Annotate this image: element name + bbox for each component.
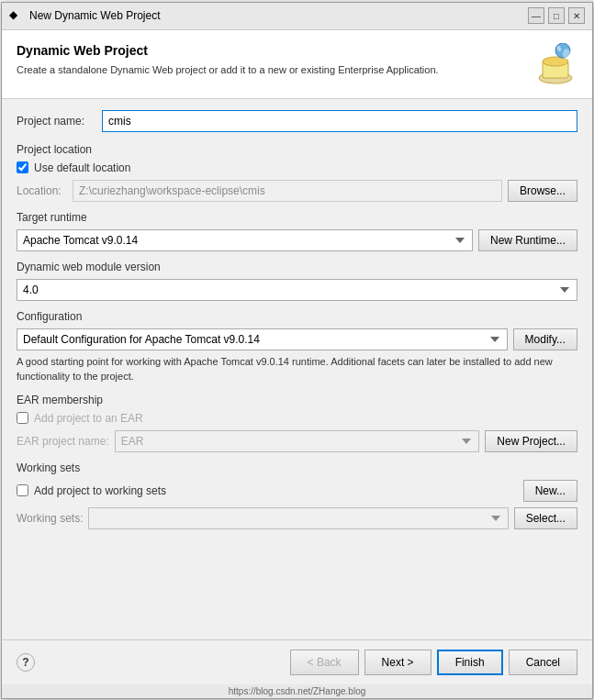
header-icon <box>533 43 577 87</box>
maximize-button[interactable]: □ <box>548 7 565 24</box>
ear-project-name-dropdown[interactable]: EAR <box>115 430 480 452</box>
location-input[interactable] <box>73 180 502 202</box>
project-name-label: Project name: <box>17 115 95 128</box>
add-to-working-sets-row: Add project to working sets New... <box>17 480 577 502</box>
new-project-button[interactable]: New Project... <box>485 430 577 452</box>
browse-button[interactable]: Browse... <box>508 180 577 202</box>
new-working-set-button[interactable]: New... <box>523 480 577 502</box>
title-bar-controls: — □ ✕ <box>528 7 585 24</box>
next-button[interactable]: Next > <box>364 650 431 675</box>
config-description: A good starting point for working with A… <box>17 354 577 384</box>
working-sets-title: Working sets <box>17 461 577 474</box>
content-area: Project name: Project location Use defau… <box>2 99 592 639</box>
select-working-set-button[interactable]: Select... <box>514 507 577 529</box>
working-sets-section: Working sets Add project to working sets… <box>17 461 577 529</box>
ear-project-name-row: EAR project name: EAR New Project... <box>17 430 577 452</box>
help-button[interactable]: ? <box>17 653 35 672</box>
target-runtime-section: Target runtime Apache Tomcat v9.0.14 New… <box>17 211 577 251</box>
location-label: Location: <box>17 184 67 197</box>
configuration-control: Default Configuration for Apache Tomcat … <box>17 328 577 350</box>
project-name-row: Project name: <box>17 110 577 132</box>
use-default-location-row: Use default location <box>17 161 577 174</box>
close-button[interactable]: ✕ <box>568 7 585 24</box>
target-runtime-dropdown[interactable]: Apache Tomcat v9.0.14 <box>17 229 473 251</box>
svg-point-4 <box>563 49 570 60</box>
dialog-description: Create a standalone Dynamic Web project … <box>17 63 439 77</box>
working-sets-dropdown[interactable] <box>88 507 508 529</box>
finish-button[interactable]: Finish <box>437 650 503 675</box>
title-bar-text: New Dynamic Web Project <box>29 9 161 22</box>
target-runtime-title: Target runtime <box>17 211 577 224</box>
project-location-section: Project location Use default location Lo… <box>17 143 577 202</box>
add-to-ear-checkbox[interactable] <box>17 412 28 424</box>
configuration-title: Configuration <box>17 310 577 323</box>
project-name-input[interactable] <box>102 110 577 132</box>
working-sets-row: Working sets: Select... <box>17 507 577 529</box>
project-location-title: Project location <box>17 143 577 156</box>
target-runtime-control: Apache Tomcat v9.0.14 New Runtime... <box>17 229 577 251</box>
ear-membership-section: EAR membership Add project to an EAR EAR… <box>17 394 577 452</box>
dynamic-web-module-dropdown[interactable]: 4.0 <box>17 279 577 301</box>
footer: ? < Back Next > Finish Cancel <box>2 639 592 684</box>
use-default-location-checkbox[interactable] <box>17 161 28 173</box>
dialog-title: Dynamic Web Project <box>17 43 439 58</box>
use-default-location-label[interactable]: Use default location <box>34 161 130 174</box>
watermark: https://blog.csdn.net/ZHange.blog <box>2 684 592 698</box>
location-row: Location: Browse... <box>17 180 577 202</box>
ear-project-name-label: EAR project name: <box>17 435 109 448</box>
add-to-ear-label[interactable]: Add project to an EAR <box>34 412 143 425</box>
modify-button[interactable]: Modify... <box>513 328 577 350</box>
back-button[interactable]: < Back <box>290 650 359 675</box>
title-bar: ◆ New Dynamic Web Project — □ ✕ <box>2 3 592 30</box>
configuration-dropdown[interactable]: Default Configuration for Apache Tomcat … <box>17 328 508 350</box>
add-to-ear-row: Add project to an EAR <box>17 412 577 425</box>
cancel-button[interactable]: Cancel <box>509 650 577 675</box>
ear-membership-title: EAR membership <box>17 394 577 406</box>
add-to-working-sets-label[interactable]: Add project to working sets <box>34 484 166 497</box>
minimize-button[interactable]: — <box>528 7 544 24</box>
configuration-section: Configuration Default Configuration for … <box>17 310 577 384</box>
header-area: Dynamic Web Project Create a standalone … <box>2 30 592 99</box>
dynamic-web-module-section: Dynamic web module version 4.0 <box>17 261 577 301</box>
dialog-icon: ◆ <box>9 8 24 23</box>
footer-buttons: < Back Next > Finish Cancel <box>290 650 577 675</box>
working-sets-label: Working sets: <box>17 512 83 525</box>
dynamic-web-module-title: Dynamic web module version <box>17 261 577 273</box>
new-runtime-button[interactable]: New Runtime... <box>478 229 577 251</box>
add-to-working-sets-checkbox[interactable] <box>17 484 28 496</box>
